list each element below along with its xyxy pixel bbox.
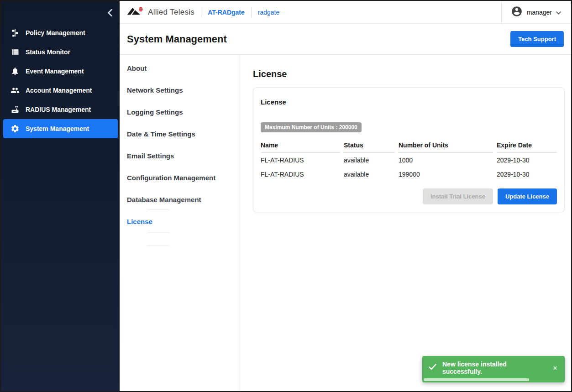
table-row: FL-AT-RADIUS available 199000 2029-10-30: [261, 167, 557, 181]
subnav-divider: [147, 245, 169, 246]
license-panel: License License Maximum Number of Units …: [238, 55, 571, 391]
sidebar-item-label: RADIUS Management: [26, 106, 91, 113]
subnav-item-logging-settings[interactable]: Logging Settings: [120, 101, 238, 123]
sidebar-item-system-management[interactable]: System Management: [3, 119, 118, 138]
subnav-divider: [147, 232, 169, 233]
cell-expire: 2029-10-30: [497, 153, 557, 167]
sidebar: Policy Management Status Monitor Event M…: [1, 1, 120, 391]
settings-subnav: About Network Settings Logging Settings …: [120, 55, 238, 391]
user-name: manager: [527, 9, 552, 16]
license-table: Name Status Number of Units Expire Date …: [261, 139, 557, 181]
policy-icon: [10, 28, 20, 37]
license-table-header: Name Status Number of Units Expire Date: [261, 139, 557, 153]
license-card: License Maximum Number of Units : 200000…: [253, 87, 565, 212]
content-area: About Network Settings Logging Settings …: [120, 55, 571, 391]
top-header: Allied Telesis AT-RADgate radgate manage…: [120, 1, 571, 24]
table-row: FL-AT-RADIUS available 1000 2029-10-30: [261, 153, 557, 167]
router-icon: [10, 105, 20, 114]
sidebar-collapse-button[interactable]: [106, 8, 114, 17]
sidebar-item-radius-management[interactable]: RADIUS Management: [3, 100, 118, 119]
success-toast: New license installed successfully. ×: [422, 356, 565, 382]
subnav-item-license[interactable]: License: [120, 210, 238, 232]
sidebar-item-policy-management[interactable]: Policy Management: [3, 23, 118, 42]
column-header-status: Status: [344, 139, 395, 153]
toast-progress-bar: [424, 378, 529, 381]
breadcrumb-product[interactable]: AT-RADgate: [208, 9, 245, 16]
sidebar-item-label: System Management: [26, 125, 89, 132]
column-header-expire: Expire Date: [497, 139, 557, 153]
cell-units: 199000: [399, 167, 493, 181]
license-actions: Install Trial License Update License: [261, 188, 557, 204]
sidebar-item-account-management[interactable]: Account Management: [3, 81, 118, 100]
cell-name: FL-AT-RADIUS: [261, 167, 340, 181]
list-icon: [10, 47, 20, 57]
cell-status: available: [344, 153, 395, 167]
section-title: License: [253, 69, 565, 79]
sidebar-item-label: Policy Management: [26, 29, 85, 37]
cell-units: 1000: [399, 153, 493, 167]
cell-status: available: [344, 167, 395, 181]
toast-message: New license installed successfully.: [442, 361, 546, 375]
cell-name: FL-AT-RADIUS: [261, 153, 340, 167]
sidebar-nav: Policy Management Status Monitor Event M…: [1, 1, 120, 138]
app-window: Policy Management Status Monitor Event M…: [0, 0, 572, 392]
breadcrumb-host[interactable]: radgate: [258, 9, 279, 16]
subnav-divider: [147, 209, 169, 210]
sidebar-item-event-management[interactable]: Event Management: [3, 62, 118, 81]
subnav-item-network-settings[interactable]: Network Settings: [120, 79, 238, 101]
chevron-down-icon: [556, 8, 561, 16]
column-header-units: Number of Units: [399, 139, 493, 153]
max-units-badge: Maximum Number of Units : 200000: [261, 122, 362, 132]
install-trial-license-button[interactable]: Install Trial License: [423, 188, 493, 204]
gear-icon: [10, 124, 20, 133]
sidebar-item-label: Status Monitor: [26, 48, 70, 56]
column-header-name: Name: [261, 139, 340, 153]
brand-name: Allied Telesis: [148, 8, 194, 17]
update-license-button[interactable]: Update License: [498, 188, 557, 204]
user-menu[interactable]: manager: [501, 1, 571, 23]
chevron-left-icon: [107, 9, 113, 16]
sidebar-item-label: Event Management: [26, 68, 84, 75]
subnav-item-about[interactable]: About: [120, 57, 238, 79]
subnav-item-date-time-settings[interactable]: Date & Time Settings: [120, 123, 238, 145]
allied-telesis-logo-icon: [127, 6, 144, 18]
tech-support-button[interactable]: Tech Support: [510, 31, 564, 47]
sidebar-item-status-monitor[interactable]: Status Monitor: [3, 42, 118, 62]
toast-close-button[interactable]: ×: [552, 363, 558, 373]
breadcrumb-divider: [201, 7, 201, 17]
subnav-item-database-management[interactable]: Database Management: [120, 188, 238, 210]
check-icon: [429, 364, 436, 372]
subnav-item-email-settings[interactable]: Email Settings: [120, 145, 238, 167]
page-title-bar: System Management Tech Support: [120, 24, 571, 55]
page-title: System Management: [127, 33, 227, 45]
main-area: Allied Telesis AT-RADgate radgate manage…: [120, 1, 571, 391]
bell-icon: [10, 67, 20, 76]
license-card-title: License: [261, 98, 557, 106]
sidebar-item-label: Account Management: [26, 87, 92, 94]
brand-logo: Allied Telesis: [127, 6, 194, 18]
breadcrumb-divider: [251, 7, 252, 17]
people-icon: [10, 86, 20, 95]
account-circle-icon: [511, 5, 523, 19]
cell-expire: 2029-10-30: [497, 167, 557, 181]
subnav-item-configuration-management[interactable]: Configuration Management: [120, 167, 238, 188]
